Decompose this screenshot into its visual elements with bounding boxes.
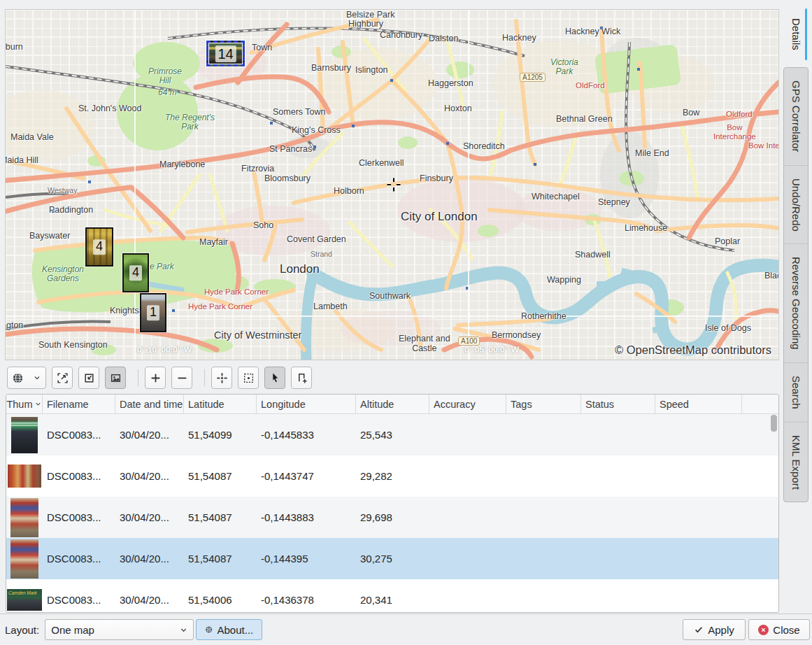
zoom-selection-button[interactable] <box>238 367 259 389</box>
map-label: Bethnal Green <box>556 115 613 125</box>
map-marker-cluster[interactable]: 14 <box>206 41 245 66</box>
map-label: Strand <box>311 250 332 259</box>
cell-filename: DSC0083... <box>43 511 115 523</box>
layout-select[interactable]: One map <box>45 619 194 640</box>
map-label: Bayswater <box>29 232 70 241</box>
table-row[interactable]: DSC0083... 30/04/20... 51,54099 -0,14458… <box>6 414 778 455</box>
table-row[interactable]: DSC0083... 30/04/20... 51,54087 -0,14438… <box>6 497 778 538</box>
map-label: Highbury <box>348 20 383 29</box>
column-header-accuracy[interactable]: Accuracy <box>429 395 506 413</box>
map-label: The Regent's Park <box>165 113 215 132</box>
photo-thumbnail <box>8 465 41 488</box>
pan-mode-button[interactable] <box>211 367 232 389</box>
map-marker-cluster[interactable]: 4 <box>85 227 113 267</box>
tab-reverse-geocoding[interactable]: Reverse Geocoding <box>784 243 808 362</box>
map-label: Hoxton <box>444 104 472 114</box>
cell-longitude: -0,1445833 <box>257 429 356 441</box>
map-label: Haggerston <box>428 79 473 89</box>
map-label: Knightsb <box>110 306 144 316</box>
toolbar-button-icon <box>57 372 69 384</box>
cell-filename: DSC0083... <box>43 594 115 606</box>
cell-date-time: 30/04/20... <box>115 429 184 441</box>
map-label: Whitechapel <box>532 192 580 202</box>
apply-button[interactable]: Apply <box>683 619 746 640</box>
column-header-label: Filename <box>47 399 89 410</box>
cell-date-time: 30/04/20... <box>115 594 184 606</box>
map-label: London <box>280 263 320 276</box>
map-label: ngton <box>6 321 23 331</box>
close-button-label: Close <box>773 624 799 636</box>
map-label: Maida Hill <box>6 156 38 166</box>
zoom-to-fit-button[interactable] <box>52 367 73 389</box>
map-label: Canonbury <box>380 31 422 41</box>
map-label: Hyde Park Corner <box>188 302 252 311</box>
map-label: 0° 10' 00.0" W <box>137 346 192 355</box>
cell-date-time: 30/04/20... <box>115 553 184 565</box>
map-marker-cluster[interactable]: 4 <box>122 253 149 292</box>
apply-button-label: Apply <box>708 624 734 636</box>
map-label: Elephant and Castle <box>399 334 450 354</box>
tab-search[interactable]: Search <box>784 362 808 422</box>
map-label: Fitzrovia <box>241 164 274 174</box>
chevron-down-icon <box>33 374 41 382</box>
table-row[interactable]: DSC0083... 30/04/20... 51,54087 -0,14439… <box>6 538 778 579</box>
geolocation-editor-window: Belsize Park lburn Town Highbury Canonbu… <box>0 0 812 645</box>
map-label: South Kensington <box>38 341 108 350</box>
cell-altitude: 20,341 <box>356 594 429 606</box>
cell-altitude: 29,698 <box>356 511 429 523</box>
column-header-altitude[interactable]: Altitude <box>356 395 429 413</box>
toolbar-button-icon <box>243 372 255 384</box>
map-marker-cluster[interactable]: 1 <box>140 293 166 332</box>
map-label: City of London <box>401 211 478 224</box>
column-header-latitude[interactable]: Latitude <box>184 395 257 413</box>
column-header-speed[interactable]: Speed <box>655 395 742 413</box>
column-header-date-time[interactable]: Date and time <box>115 395 184 413</box>
table-row[interactable]: DSC0083... 30/04/20... 51,54006 -0,14363… <box>6 579 778 613</box>
cell-longitude: -0,1436378 <box>257 594 356 606</box>
map-label: Primrose Hill <box>148 67 182 85</box>
cell-latitude: 51,54087 <box>184 553 257 565</box>
map-label: Somers Town <box>273 108 326 118</box>
tab-kml-export[interactable]: KML Export <box>784 422 808 502</box>
map-label: Southwark <box>369 292 411 302</box>
show-thumbnails-toggle[interactable] <box>105 367 126 389</box>
map-viewport[interactable]: Belsize Park lburn Town Highbury Canonbu… <box>6 10 778 360</box>
table-row[interactable]: DSC0083... 30/04/20... 51,54087 -0,14437… <box>6 455 778 497</box>
shrink-view-button[interactable] <box>78 367 99 389</box>
column-header-label: Speed <box>660 399 689 410</box>
zoom-in-button[interactable] <box>145 367 166 389</box>
column-header-thumbnail[interactable]: Thum <box>6 395 43 413</box>
zoom-out-button[interactable] <box>171 367 192 389</box>
column-header-label: Tags <box>511 399 532 410</box>
column-header-longitude[interactable]: Longitude <box>257 395 356 413</box>
cell-filename: DSC0083... <box>43 553 115 565</box>
cell-thumbnail <box>6 539 43 579</box>
table-scrollbar-thumb[interactable] <box>771 415 777 432</box>
about-button[interactable]: About... <box>196 619 262 640</box>
cell-thumbnail <box>6 589 43 611</box>
close-button[interactable]: Close <box>748 619 810 640</box>
map-label: Limehouse <box>625 224 667 234</box>
map-label: 0° 05' 00.0" W <box>464 346 519 355</box>
map-toolbar <box>7 364 312 392</box>
tab-gps-correlator[interactable]: GPS Correlator <box>784 68 808 165</box>
table-header-row: Thum Filename Date and time Latitude <box>6 395 778 414</box>
map-label: Lambeth <box>313 302 348 312</box>
photo-thumbnail <box>7 589 42 611</box>
map-label: King's Cross <box>292 126 341 136</box>
add-bookmark-button[interactable] <box>291 367 312 389</box>
toolbar-button-icon <box>83 372 95 384</box>
select-mode-button[interactable] <box>264 367 285 389</box>
map-backend-selector-button[interactable] <box>7 367 46 389</box>
tab-label: Search <box>790 376 802 409</box>
tab-undo-redo[interactable]: Undo/Redo <box>784 165 808 244</box>
column-header-label: Altitude <box>360 399 394 410</box>
layout-label: Layout: <box>5 624 39 636</box>
column-header-tags[interactable]: Tags <box>506 395 581 413</box>
column-header-status[interactable]: Status <box>581 395 655 413</box>
tab-label: KML Export <box>790 435 802 490</box>
cell-date-time: 30/04/20... <box>115 511 184 523</box>
column-header-filename[interactable]: Filename <box>43 395 115 413</box>
map-label: Mile End <box>635 149 669 159</box>
tab-details[interactable]: Details <box>780 7 812 62</box>
